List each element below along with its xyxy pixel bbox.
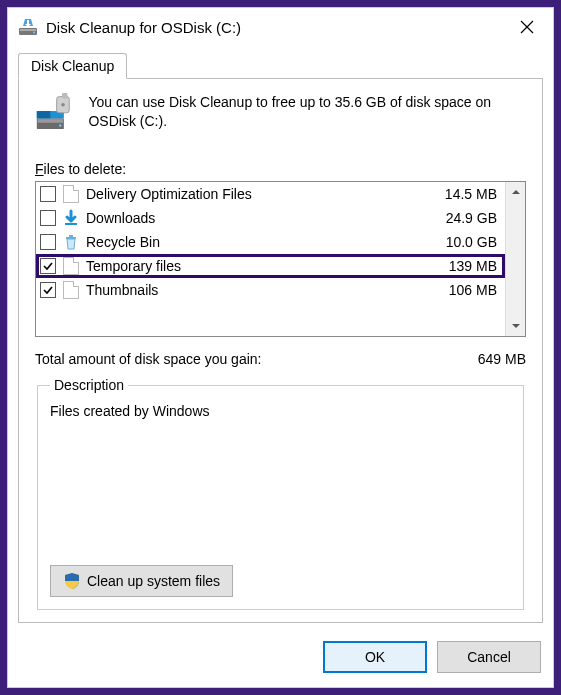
- chevron-up-icon: [511, 187, 521, 197]
- cancel-button[interactable]: Cancel: [437, 641, 541, 673]
- total-row: Total amount of disk space you gain: 649…: [35, 351, 526, 367]
- tab-row: Disk Cleanup: [8, 46, 553, 78]
- svg-point-5: [59, 124, 61, 126]
- tab-panel: You can use Disk Cleanup to free up to 3…: [18, 78, 543, 623]
- svg-rect-13: [69, 235, 73, 237]
- file-name: Recycle Bin: [86, 234, 421, 250]
- file-size: 106 MB: [427, 282, 497, 298]
- download-icon: [62, 209, 80, 227]
- intro: You can use Disk Cleanup to free up to 3…: [35, 93, 526, 139]
- intro-text: You can use Disk Cleanup to free up to 3…: [88, 93, 526, 139]
- svg-point-10: [61, 103, 65, 107]
- description-legend: Description: [50, 377, 128, 393]
- description-fieldset: Description Files created by Windows Cle…: [37, 377, 524, 610]
- file-checkbox[interactable]: [40, 186, 56, 202]
- scroll-down-button[interactable]: [506, 316, 525, 336]
- page-icon: [62, 185, 80, 203]
- file-name: Delivery Optimization Files: [86, 186, 421, 202]
- file-name: Thumbnails: [86, 282, 421, 298]
- close-button[interactable]: [513, 13, 541, 41]
- disk-cleanup-icon: [18, 17, 38, 37]
- check-icon: [42, 284, 54, 296]
- file-name: Temporary files: [86, 258, 421, 274]
- svg-rect-11: [65, 223, 77, 225]
- disk-cleanup-window: Disk Cleanup for OSDisk (C:) Disk Cleanu…: [7, 7, 554, 688]
- check-icon: [42, 260, 54, 272]
- file-row[interactable]: Delivery Optimization Files14.5 MB: [36, 182, 505, 206]
- ok-button[interactable]: OK: [323, 641, 427, 673]
- total-value: 649 MB: [478, 351, 526, 367]
- description-text: Files created by Windows: [50, 403, 511, 565]
- file-size: 24.9 GB: [427, 210, 497, 226]
- file-checkbox[interactable]: [40, 234, 56, 250]
- file-row[interactable]: Thumbnails106 MB: [36, 278, 505, 302]
- file-size: 14.5 MB: [427, 186, 497, 202]
- svg-rect-4: [38, 119, 63, 123]
- files-listbox: Delivery Optimization Files14.5 MBDownlo…: [35, 181, 526, 337]
- file-row[interactable]: Recycle Bin10.0 GB: [36, 230, 505, 254]
- file-row[interactable]: Temporary files139 MB: [36, 254, 505, 278]
- svg-point-2: [33, 32, 35, 34]
- files-to-delete-label: Files to delete:: [35, 161, 526, 177]
- titlebar: Disk Cleanup for OSDisk (C:): [8, 8, 553, 46]
- file-checkbox[interactable]: [40, 258, 56, 274]
- file-checkbox[interactable]: [40, 210, 56, 226]
- scrollbar[interactable]: [505, 182, 525, 336]
- file-row[interactable]: Downloads24.9 GB: [36, 206, 505, 230]
- drive-cleanup-icon: [35, 93, 76, 139]
- svg-rect-1: [20, 29, 36, 31]
- dialog-footer: OK Cancel: [8, 631, 553, 687]
- page-icon: [62, 281, 80, 299]
- file-size: 10.0 GB: [427, 234, 497, 250]
- recycle-icon: [62, 233, 80, 251]
- total-label: Total amount of disk space you gain:: [35, 351, 478, 367]
- svg-rect-7: [37, 111, 51, 118]
- file-size: 139 MB: [427, 258, 497, 274]
- page-icon: [62, 257, 80, 275]
- window-title: Disk Cleanup for OSDisk (C:): [46, 19, 513, 36]
- cleanup-system-files-button[interactable]: Clean up system files: [50, 565, 233, 597]
- chevron-down-icon: [511, 321, 521, 331]
- files-list: Delivery Optimization Files14.5 MBDownlo…: [36, 182, 505, 336]
- svg-rect-9: [62, 93, 67, 98]
- svg-rect-12: [66, 237, 76, 239]
- file-name: Downloads: [86, 210, 421, 226]
- close-icon: [520, 20, 534, 34]
- cleanup-button-label: Clean up system files: [87, 573, 220, 589]
- scroll-up-button[interactable]: [506, 182, 525, 202]
- tab-disk-cleanup[interactable]: Disk Cleanup: [18, 53, 127, 79]
- shield-icon: [63, 572, 81, 590]
- file-checkbox[interactable]: [40, 282, 56, 298]
